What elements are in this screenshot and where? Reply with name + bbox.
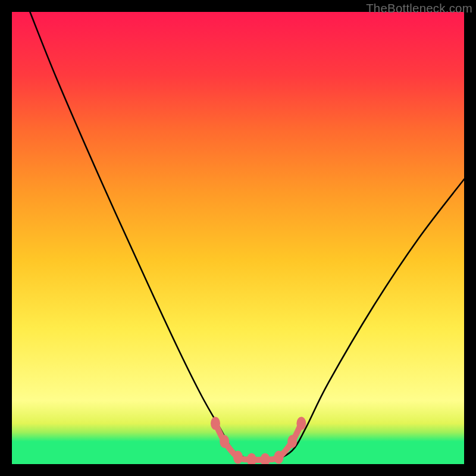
- trough-marker-dot: [274, 451, 283, 464]
- watermark-label: TheBottleneck.com: [366, 1, 472, 15]
- bottleneck-curve-chart: [12, 12, 464, 464]
- trough-marker-dot: [211, 417, 220, 430]
- chart-plot-area: [12, 12, 464, 464]
- trough-marker-dot: [287, 435, 297, 448]
- trough-marker-dot: [296, 417, 306, 430]
- trough-marker-dot: [261, 453, 270, 464]
- trough-marker-dot: [247, 453, 256, 464]
- trough-marker-dot: [233, 451, 243, 464]
- trough-marker-dot: [220, 435, 229, 448]
- curve-line: [30, 12, 464, 461]
